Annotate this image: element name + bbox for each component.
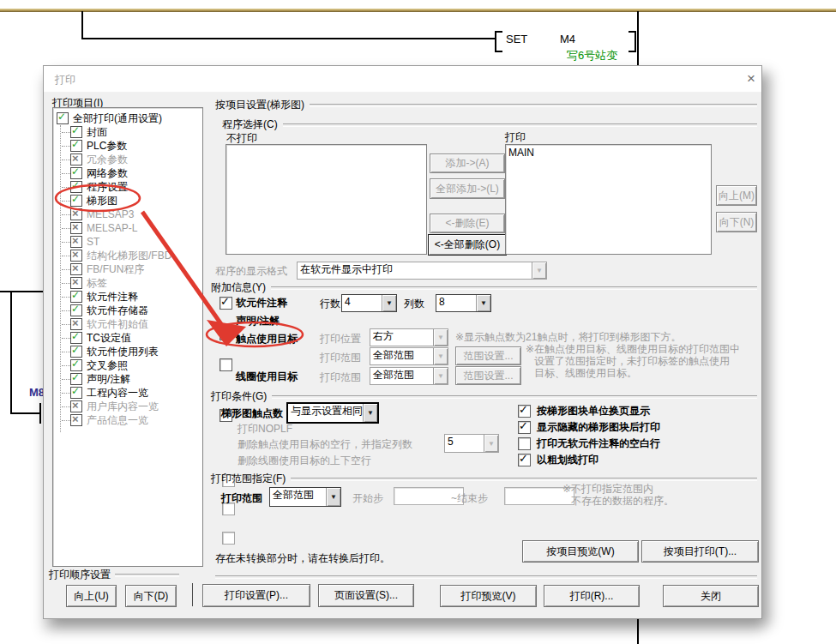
- tree-item[interactable]: ST: [55, 235, 201, 249]
- chevron-down-icon[interactable]: ▼: [433, 329, 448, 346]
- display-format-combo[interactable]: 在软元件显示中打印 ▼: [297, 262, 547, 280]
- close-icon[interactable]: ×: [742, 69, 761, 88]
- tree-checked-icon[interactable]: [70, 359, 82, 371]
- tree-excluded-icon[interactable]: [70, 222, 82, 234]
- tree-item[interactable]: 梯形图: [55, 194, 201, 208]
- condition-checkbox[interactable]: [518, 437, 531, 450]
- tree-checked-icon[interactable]: [70, 346, 82, 358]
- tree-checked-icon[interactable]: [70, 195, 82, 207]
- chevron-down-icon[interactable]: ▼: [484, 435, 498, 452]
- tree-excluded-icon[interactable]: [70, 153, 82, 166]
- dialog-titlebar[interactable]: [44, 66, 761, 93]
- tree-checked-icon[interactable]: [70, 126, 82, 138]
- print-preview-button[interactable]: 打印预览(V): [440, 585, 537, 607]
- chevron-down-icon[interactable]: ▼: [363, 404, 377, 422]
- cols-label: 列数: [404, 297, 424, 311]
- tree-item[interactable]: 软元件初始值: [55, 317, 201, 331]
- order-down-button[interactable]: 向下(D): [125, 585, 177, 607]
- tree-item[interactable]: MELSAP-L: [55, 221, 201, 235]
- contact-range-value: 全部范围: [370, 348, 433, 364]
- program-down-button[interactable]: 向下(N): [716, 212, 757, 232]
- range-combo[interactable]: 全部范围 ▼: [269, 487, 341, 507]
- chevron-down-icon[interactable]: ▼: [382, 295, 396, 311]
- tree-excluded-icon[interactable]: [70, 250, 82, 262]
- order-up-button[interactable]: 向上(U): [66, 585, 117, 607]
- tree-item[interactable]: FB/FUN程序: [55, 262, 201, 276]
- tree-checked-icon[interactable]: [70, 373, 82, 385]
- tree-connector-stub: [62, 269, 70, 270]
- contacts-count-combo[interactable]: 与显示设置相同 ▼: [286, 402, 379, 424]
- tree-item[interactable]: 结构化梯形图/FBD: [55, 249, 201, 262]
- tree-item[interactable]: 全部打印(通用设置): [55, 111, 201, 125]
- tree-checked-icon[interactable]: [70, 304, 82, 316]
- print-list[interactable]: MAIN: [505, 144, 712, 255]
- tree-excluded-icon[interactable]: [70, 318, 82, 330]
- close-button[interactable]: 关闭: [663, 585, 759, 607]
- print-items-tree[interactable]: 全部打印(通用设置)封面PLC参数冗余参数网络参数程序设置梯形图MELSAP3M…: [52, 107, 203, 567]
- program-up-button[interactable]: 向上(M): [716, 185, 757, 206]
- chevron-down-icon[interactable]: ▼: [433, 348, 448, 364]
- coil-range-label: 打印范围: [320, 370, 361, 385]
- delete-coil-rows-checkbox[interactable]: [222, 532, 235, 545]
- tree-item[interactable]: 声明/注解: [55, 372, 201, 386]
- tree-checked-icon[interactable]: [70, 291, 82, 303]
- tree-item[interactable]: 交叉参照: [55, 358, 201, 372]
- chevron-down-icon[interactable]: ▼: [326, 488, 340, 506]
- chevron-down-icon[interactable]: ▼: [433, 368, 448, 384]
- tree-excluded-icon[interactable]: [70, 277, 82, 289]
- print-by-item-button[interactable]: 按项目打印(T)...: [641, 540, 759, 563]
- tree-excluded-icon[interactable]: [70, 263, 82, 275]
- tree-checked-icon[interactable]: [70, 332, 82, 344]
- contact-range-settings-button[interactable]: 范围设置...: [455, 346, 521, 365]
- tree-item[interactable]: TC设定值: [55, 331, 201, 345]
- coil-range-settings-button[interactable]: 范围设置...: [455, 366, 521, 385]
- cols-combo[interactable]: 8 ▼: [436, 294, 491, 312]
- preview-by-item-button[interactable]: 按项目预览(W): [522, 540, 639, 563]
- tree-item[interactable]: 封面: [55, 125, 201, 139]
- page-settings-button[interactable]: 页面设置(S)...: [318, 584, 414, 607]
- tree-item[interactable]: 标签: [55, 276, 201, 290]
- tree-checked-icon[interactable]: [70, 140, 82, 152]
- add-all-button[interactable]: 全部添加->(L): [430, 178, 505, 199]
- tree-excluded-icon[interactable]: [70, 236, 82, 248]
- device-comment-checkbox[interactable]: [220, 297, 232, 310]
- contact-target-checkbox[interactable]: [220, 358, 232, 371]
- print-list-item[interactable]: MAIN: [506, 145, 711, 160]
- tree-item[interactable]: 冗余参数: [55, 153, 201, 166]
- not-print-list[interactable]: [226, 144, 427, 255]
- condition-checkbox[interactable]: [518, 421, 531, 434]
- coil-range-combo[interactable]: 全部范围 ▼: [370, 367, 448, 385]
- add-button[interactable]: 添加->(A): [430, 153, 505, 173]
- remove-all-button[interactable]: <-全部删除(O): [428, 234, 507, 256]
- tree-checked-icon[interactable]: [70, 181, 82, 193]
- tree-checked-icon[interactable]: [70, 167, 82, 179]
- condition-checkbox[interactable]: [518, 454, 531, 466]
- tree-item[interactable]: 软元件使用列表: [55, 345, 201, 358]
- condition-checkbox[interactable]: [518, 405, 531, 418]
- remove-button[interactable]: <-删除(E): [430, 214, 505, 233]
- tree-item[interactable]: PLC参数: [55, 139, 201, 153]
- tree-excluded-icon[interactable]: [70, 208, 82, 220]
- tree-item[interactable]: MELSAP3: [55, 208, 201, 221]
- chevron-down-icon[interactable]: ▼: [476, 295, 490, 311]
- tree-checked-icon[interactable]: [70, 387, 82, 399]
- tree-item[interactable]: 产品信息一览: [55, 413, 201, 427]
- tree-item[interactable]: 用户库内容一览: [55, 400, 201, 413]
- print-position-combo[interactable]: 右方 ▼: [370, 328, 448, 346]
- rows-combo[interactable]: 4 ▼: [341, 294, 397, 312]
- tree-item[interactable]: 软元件存储器: [55, 304, 201, 317]
- tree-excluded-icon[interactable]: [70, 400, 82, 412]
- chevron-down-icon[interactable]: ▼: [532, 262, 546, 279]
- print-button[interactable]: 打印(R)...: [544, 585, 640, 607]
- print-settings-button[interactable]: 打印设置(P)...: [202, 584, 310, 607]
- tree-item[interactable]: 软元件注释: [55, 290, 201, 304]
- tree-item[interactable]: 程序设置: [55, 180, 201, 194]
- tree-item[interactable]: 工程内容一览: [55, 386, 201, 400]
- tree-checked-icon[interactable]: [57, 112, 69, 124]
- statement-checkbox[interactable]: [220, 328, 232, 340]
- device-comment-label: 软元件注释: [236, 296, 287, 310]
- delete-contact-cols-combo[interactable]: 5 ▼: [444, 434, 499, 453]
- contact-range-combo[interactable]: 全部范围 ▼: [370, 347, 448, 365]
- tree-item[interactable]: 网络参数: [55, 166, 201, 180]
- tree-excluded-icon[interactable]: [70, 414, 82, 426]
